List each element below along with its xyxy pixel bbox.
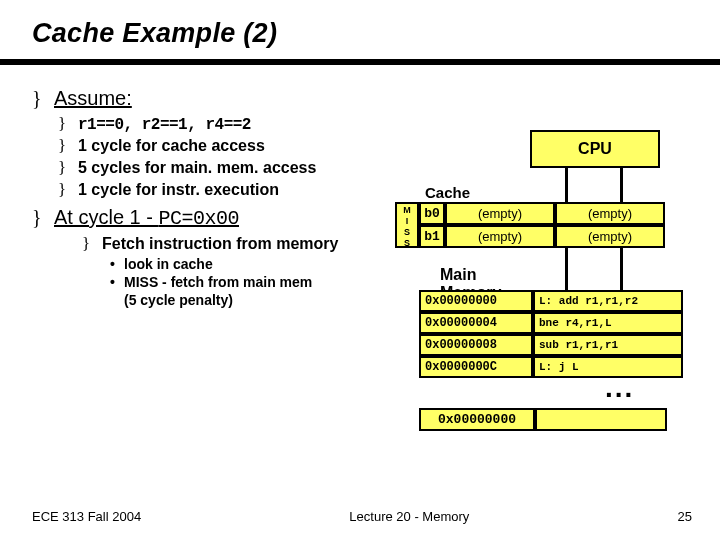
miss-box: MISS	[395, 202, 419, 248]
fetch-sub: •look in cache •MISS - fetch from main m…	[110, 256, 412, 308]
footer-center: Lecture 20 - Memory	[349, 509, 469, 524]
title-rule	[0, 59, 720, 65]
mm-row-0: 0x00000000 L: add r1,r1,r2	[419, 290, 683, 312]
cpu-box: CPU	[530, 130, 660, 168]
assume-heading: } Assume:	[32, 87, 412, 110]
assume-list: }r1==0, r2==1, r4==2 }1 cycle for cache …	[58, 114, 412, 200]
cache-row-0: b0 (empty) (empty)	[419, 202, 665, 225]
cycle-heading: } At cycle 1 - PC=0x00	[32, 206, 412, 230]
mm-row-2: 0x00000008 sub r1,r1,r1	[419, 334, 683, 356]
slide-title: Cache Example (2)	[32, 18, 692, 49]
fetch-line: }Fetch instruction from memory	[82, 234, 412, 254]
mm-row-1: 0x00000004 bne r4,r1,L	[419, 312, 683, 334]
footer-right: 25	[678, 509, 692, 524]
footer: ECE 313 Fall 2004 Lecture 20 - Memory 25	[32, 509, 692, 524]
pc-row: 0x00000000	[419, 408, 667, 431]
cache-label: Cache	[425, 184, 470, 201]
cache-row-1: b1 (empty) (empty)	[419, 225, 665, 248]
mm-dots: ...	[605, 372, 634, 404]
footer-left: ECE 313 Fall 2004	[32, 509, 141, 524]
mm-row-3: 0x0000000C L: j L	[419, 356, 683, 378]
